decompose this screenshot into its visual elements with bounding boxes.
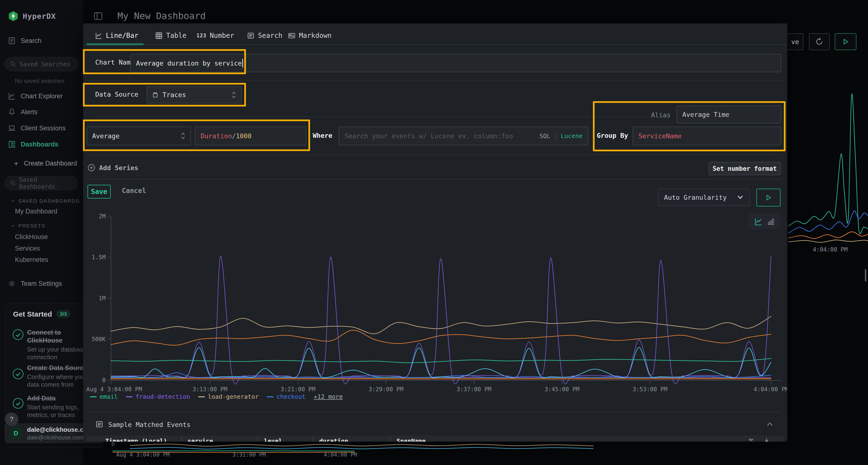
column-header-service[interactable]: service xyxy=(188,437,213,442)
where-input[interactable]: Search your events w/ Lucene ex. column:… xyxy=(339,127,588,145)
legend-swatch xyxy=(267,396,274,397)
tab-label: Search xyxy=(258,32,282,39)
markdown-icon xyxy=(288,32,296,39)
saved-searches-input[interactable]: Saved Searches xyxy=(4,57,78,71)
tab-label: Number xyxy=(210,32,234,39)
sidebar: HyperDX Search Saved Searches No saved s… xyxy=(0,0,83,465)
sidebar-item-clickhouse[interactable]: ClickHouse xyxy=(15,233,48,241)
fragment-strip-cyan xyxy=(130,447,593,449)
save-button[interactable]: Save xyxy=(88,185,111,199)
sidebar-item-search[interactable]: Search xyxy=(8,37,41,45)
sidebar-item-my-dashboard[interactable]: My Dashboard xyxy=(15,208,57,215)
help-button[interactable]: ? xyxy=(5,412,18,426)
sidebar-item-team-settings[interactable]: Team Settings xyxy=(8,279,62,288)
tab-markdown[interactable]: Markdown xyxy=(288,32,332,39)
granularity-select[interactable]: Auto Granularity xyxy=(658,189,750,206)
saved-dashboards-input[interactable]: Saved Dashboards xyxy=(4,176,78,190)
hyperdx-logo-icon xyxy=(8,10,19,22)
page-title: My New Dashboard xyxy=(117,10,206,21)
column-header-duration[interactable]: duration xyxy=(319,437,348,442)
main-chart[interactable]: 0500K1M1.5M2MAug 4 3:04:00 PM3:13:00 PM3… xyxy=(84,212,784,396)
sql-option[interactable]: SQL xyxy=(539,133,550,139)
set-number-format-button[interactable]: Set number format xyxy=(709,162,781,175)
download-icon[interactable] xyxy=(763,437,770,442)
saved-searches-placeholder: Saved Searches xyxy=(20,61,70,68)
sidebar-item-services[interactable]: Services xyxy=(15,245,40,252)
legend-label: checkout xyxy=(277,393,306,400)
avatar: D xyxy=(9,427,23,440)
legend-item[interactable]: checkout xyxy=(267,393,306,400)
save-label: Save xyxy=(91,188,107,196)
column-separator[interactable] xyxy=(390,437,391,442)
column-separator[interactable] xyxy=(257,437,258,442)
x-axis-tick-label: 3:37:00 PM xyxy=(457,386,492,393)
tab-search[interactable]: Search xyxy=(247,32,282,39)
plus-icon xyxy=(13,161,19,166)
lucene-option[interactable]: Lucene xyxy=(561,133,583,139)
divider xyxy=(87,155,781,155)
app-logo[interactable]: HyperDX xyxy=(8,10,56,22)
column-separator[interactable] xyxy=(181,437,182,442)
sidebar-item-label: Dashboards xyxy=(21,141,58,148)
highlight-chart-name xyxy=(83,49,246,74)
filter-icon[interactable] xyxy=(747,437,755,442)
add-series-button[interactable]: Add Series xyxy=(88,164,138,171)
column-header-spanname[interactable]: SpanName xyxy=(397,437,426,442)
section-presets[interactable]: PRESETS xyxy=(10,223,45,229)
user-name: dale@clickhouse.c xyxy=(27,426,83,433)
legend-swatch xyxy=(198,396,205,397)
legend-item[interactable]: email xyxy=(90,393,118,400)
get-started-item[interactable]: Connect to ClickHouse Set up your databa… xyxy=(27,329,90,361)
section-saved-dashboards[interactable]: SAVED DASHBOARDS xyxy=(10,198,80,204)
run-query-button[interactable] xyxy=(756,189,780,206)
logs-icon xyxy=(8,37,16,45)
cancel-label: Cancel xyxy=(122,187,146,195)
tab-number[interactable]: 123 Number xyxy=(196,32,234,39)
sidebar-item-kubernetes[interactable]: Kubernetes xyxy=(15,256,48,264)
get-started-item[interactable]: Add Data Start sending logs, metrics, or… xyxy=(27,394,90,419)
column-header-level[interactable]: level xyxy=(264,437,282,442)
sidebar-item-client-sessions[interactable]: Client Sessions xyxy=(8,124,66,132)
chevron-up-icon[interactable] xyxy=(766,421,774,427)
y-axis-tick-label: 500K xyxy=(92,336,105,343)
legend-label: fraud-detection xyxy=(135,393,190,400)
highlight-group-by xyxy=(593,101,785,151)
tab-line-bar[interactable]: Line/Bar xyxy=(95,32,138,39)
column-separator[interactable] xyxy=(312,437,313,442)
bg-strip-tick-2: 3:31:00 PM xyxy=(232,452,266,458)
chevron-down-icon xyxy=(737,195,744,200)
series-email xyxy=(111,359,771,363)
get-started-item[interactable]: Create Data Source Configure where your … xyxy=(27,364,90,388)
legend-item[interactable]: load-generator xyxy=(198,393,259,400)
chevron-down-icon xyxy=(10,199,16,203)
user-subtitle: dale@clickhouse.com's xyxy=(27,434,87,441)
check-circle-icon xyxy=(12,329,24,341)
get-started-item-title: Add Data xyxy=(27,394,90,402)
play-icon xyxy=(765,194,772,201)
legend-more-link[interactable]: +12 more xyxy=(314,393,343,400)
get-started-item-subtitle: Set up your database connection xyxy=(27,345,90,361)
gear-icon xyxy=(8,279,16,288)
column-header-timestamp[interactable]: Timestamp (Local) xyxy=(105,437,167,442)
cancel-button[interactable]: Cancel xyxy=(122,187,146,195)
get-started-item-subtitle: Start sending logs, metrics, or traces xyxy=(27,403,90,419)
fragment-right-blue xyxy=(788,211,868,233)
sidebar-item-alerts[interactable]: Alerts xyxy=(8,108,37,116)
sidebar-toggle-icon[interactable] xyxy=(93,11,103,21)
sidebar-item-chart-explorer[interactable]: Chart Explorer xyxy=(8,92,63,100)
highlight-series-expression xyxy=(83,120,310,151)
legend-swatch xyxy=(90,396,97,397)
sidebar-item-dashboards[interactable]: Dashboards xyxy=(8,140,58,148)
no-saved-searches-note: No saved searches xyxy=(15,77,64,84)
series-fraud-detection xyxy=(111,256,771,384)
tab-label: Table xyxy=(166,32,186,39)
granularity-value: Auto Granularity xyxy=(664,194,727,201)
get-started-item-subtitle: Configure where your data comes from xyxy=(27,373,90,388)
refresh-button[interactable] xyxy=(809,33,830,50)
legend-item[interactable]: fraud-detection xyxy=(126,393,190,400)
create-dashboard-button[interactable]: Create Dashboard xyxy=(13,160,77,167)
fragment-strip-tan xyxy=(130,444,593,446)
query-language-switch[interactable]: SQL | Lucene xyxy=(539,133,583,139)
tab-table[interactable]: Table xyxy=(155,32,186,39)
dashboard-run-button[interactable] xyxy=(835,33,857,50)
